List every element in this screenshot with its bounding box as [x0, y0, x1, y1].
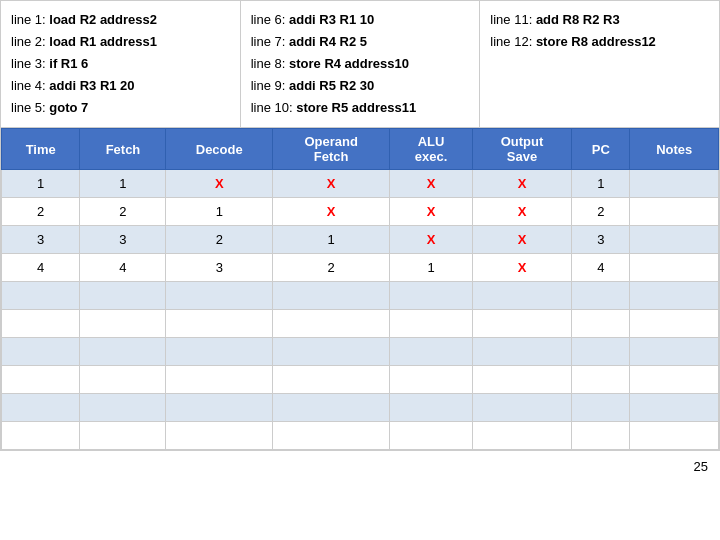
- line-content: store R4 address10: [289, 56, 409, 71]
- line-content: addi R3 R1 20: [49, 78, 134, 93]
- table-cell: [2, 394, 80, 422]
- line-content: addi R4 R2 5: [289, 34, 367, 49]
- col-output: OutputSave: [472, 129, 571, 170]
- line-label: line 4:: [11, 78, 49, 93]
- line-content: load R1 address1: [49, 34, 157, 49]
- page-number: 25: [0, 451, 720, 482]
- table-cell: 1: [390, 254, 473, 282]
- table-cell: [572, 310, 630, 338]
- table-cell: [80, 338, 166, 366]
- top-line-8: line 8: store R4 address10: [251, 53, 470, 75]
- table-row: [2, 366, 719, 394]
- table-cell: [166, 366, 273, 394]
- top-line-5: line 5: goto 7: [11, 97, 230, 119]
- table-cell: [2, 338, 80, 366]
- table-cell: [390, 282, 473, 310]
- table-cell: [2, 366, 80, 394]
- line-label: line 10:: [251, 100, 297, 115]
- table-cell: X: [273, 170, 390, 198]
- col-operand: OperandFetch: [273, 129, 390, 170]
- top-line-3: line 3: if R1 6: [11, 53, 230, 75]
- table-row: 221XXX2: [2, 198, 719, 226]
- top-line-1: line 1: load R2 address2: [11, 9, 230, 31]
- top-line-blank2: [490, 75, 709, 97]
- table-cell: 3: [2, 226, 80, 254]
- table-cell: [572, 394, 630, 422]
- table-cell: 4: [572, 254, 630, 282]
- table-cell: [273, 310, 390, 338]
- line-content: store R5 address11: [296, 100, 416, 115]
- table-cell: [572, 366, 630, 394]
- table-cell: [472, 394, 571, 422]
- top-line-2: line 2: load R1 address1: [11, 31, 230, 53]
- table-row: [2, 394, 719, 422]
- table-cell: 4: [2, 254, 80, 282]
- table-cell: X: [390, 170, 473, 198]
- line-content: load R2 address2: [49, 12, 157, 27]
- table-cell: [273, 422, 390, 450]
- table-cell: 2: [572, 198, 630, 226]
- table-cell: 3: [572, 226, 630, 254]
- table-cell: X: [166, 170, 273, 198]
- top-line-blank3: [490, 97, 709, 119]
- top-line-11: line 11: add R8 R2 R3: [490, 9, 709, 31]
- line-label: line 1:: [11, 12, 49, 27]
- table-cell: [630, 338, 719, 366]
- top-line-12: line 12: store R8 address12: [490, 31, 709, 53]
- table-row: [2, 338, 719, 366]
- table-cell: 3: [80, 226, 166, 254]
- top-line-6: line 6: addi R3 R1 10: [251, 9, 470, 31]
- table-cell: 2: [2, 198, 80, 226]
- line-content: goto 7: [49, 100, 88, 115]
- table-cell: [166, 282, 273, 310]
- line-label: line 5:: [11, 100, 49, 115]
- table-cell: [273, 338, 390, 366]
- line-label: line 12:: [490, 34, 536, 49]
- table-cell: X: [273, 198, 390, 226]
- line-content: store R8 address12: [536, 34, 656, 49]
- table-cell: [80, 422, 166, 450]
- table-cell: 1: [572, 170, 630, 198]
- table-cell: [390, 394, 473, 422]
- table-cell: [630, 366, 719, 394]
- table-cell: [472, 338, 571, 366]
- table-cell: [166, 338, 273, 366]
- table-cell: X: [472, 254, 571, 282]
- table-cell: [630, 394, 719, 422]
- table-row: [2, 282, 719, 310]
- table-cell: [166, 310, 273, 338]
- top-line-9: line 9: addi R5 R2 30: [251, 75, 470, 97]
- line-label: line 9:: [251, 78, 289, 93]
- line-label: line 8:: [251, 56, 289, 71]
- table-cell: [472, 422, 571, 450]
- table-cell: [572, 338, 630, 366]
- table-cell: [273, 366, 390, 394]
- table-cell: [472, 282, 571, 310]
- table-cell: [630, 226, 719, 254]
- table-cell: X: [472, 226, 571, 254]
- table-cell: [472, 310, 571, 338]
- line-label: line 11:: [490, 12, 536, 27]
- table-cell: 2: [273, 254, 390, 282]
- top-line-4: line 4: addi R3 R1 20: [11, 75, 230, 97]
- table-cell: X: [390, 198, 473, 226]
- table-cell: [80, 394, 166, 422]
- table-cell: [572, 422, 630, 450]
- table-cell: 1: [273, 226, 390, 254]
- top-col-2: line 6: addi R3 R1 10 line 7: addi R4 R2…: [241, 1, 481, 127]
- line-content: addi R3 R1 10: [289, 12, 374, 27]
- line-content: add R8 R2 R3: [536, 12, 620, 27]
- table-cell: X: [472, 170, 571, 198]
- table-header-row: Time Fetch Decode OperandFetch ALUexec. …: [2, 129, 719, 170]
- table-cell: [166, 422, 273, 450]
- table-cell: [273, 282, 390, 310]
- table-row: 44321X4: [2, 254, 719, 282]
- pipeline-table: Time Fetch Decode OperandFetch ALUexec. …: [0, 127, 720, 451]
- table-cell: 1: [80, 170, 166, 198]
- table-cell: [2, 310, 80, 338]
- table-row: 3321XX3: [2, 226, 719, 254]
- line-label: line 6:: [251, 12, 289, 27]
- top-section: line 1: load R2 address2 line 2: load R1…: [0, 0, 720, 127]
- table-cell: 1: [166, 198, 273, 226]
- table-cell: [80, 366, 166, 394]
